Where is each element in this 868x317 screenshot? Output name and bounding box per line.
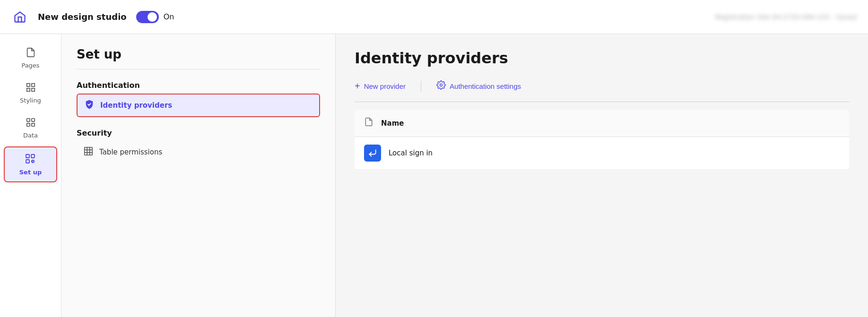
status-text: Registration Site 04:2733-094-155 - Save… [715, 13, 857, 21]
topbar: New design studio On Registration Site 0… [0, 0, 868, 34]
providers-table: Name Local sign in [355, 110, 849, 170]
svg-rect-9 [31, 154, 35, 158]
main-content: Identity providers + New provider Authen… [336, 34, 868, 317]
gear-icon [436, 80, 446, 92]
svg-point-17 [440, 84, 443, 86]
home-icon[interactable] [11, 9, 28, 26]
styling-label: Styling [20, 97, 41, 104]
svg-rect-10 [26, 160, 29, 163]
sidebar-item-data[interactable]: Data [0, 111, 61, 145]
content-actions: + New provider Authentication settings [355, 78, 849, 102]
sidebar-item-table-permissions[interactable]: Table permissions [77, 141, 320, 163]
sidebar-item-pages[interactable]: Pages [0, 42, 61, 75]
styling-icon [26, 82, 36, 95]
svg-rect-3 [31, 88, 34, 91]
data-label: Data [23, 132, 38, 139]
data-icon [26, 117, 36, 130]
svg-rect-6 [26, 123, 29, 126]
table-header: Name [355, 110, 849, 137]
sidebar-item-identity-providers[interactable]: Identity providers [77, 94, 320, 117]
svg-rect-12 [85, 147, 93, 155]
setup-icon [25, 153, 36, 167]
authentication-section-header: Authentication [77, 81, 320, 90]
svg-rect-4 [26, 119, 29, 121]
plus-icon: + [355, 81, 360, 92]
pages-icon [26, 47, 36, 60]
svg-rect-2 [26, 88, 29, 91]
svg-rect-5 [31, 119, 34, 121]
sidebar-item-setup[interactable]: Set up [4, 146, 58, 182]
svg-rect-7 [31, 123, 34, 126]
setup-sidebar: Set up Authentication Identity providers… [61, 34, 336, 317]
svg-rect-8 [26, 154, 29, 158]
name-col-label: Name [381, 119, 404, 128]
setup-title: Set up [77, 47, 320, 69]
table-icon [83, 146, 94, 158]
content-title: Identity providers [355, 49, 849, 67]
auth-settings-label: Authentication settings [450, 82, 521, 90]
local-signin-label: Local sign in [389, 149, 433, 157]
svg-rect-0 [26, 84, 29, 86]
local-signin-icon [364, 145, 381, 162]
shield-icon [84, 99, 95, 111]
security-section-header: Security [77, 129, 320, 137]
table-row[interactable]: Local sign in [355, 137, 849, 170]
auth-settings-button[interactable]: Authentication settings [436, 78, 521, 94]
table-permissions-label: Table permissions [99, 148, 162, 156]
pages-label: Pages [21, 62, 39, 69]
actions-divider [421, 81, 421, 92]
new-design-toggle[interactable] [136, 11, 159, 23]
new-provider-label: New provider [364, 82, 406, 90]
svg-rect-1 [31, 84, 34, 86]
toggle-container: On [136, 11, 174, 23]
name-col-icon [364, 117, 373, 129]
setup-label: Set up [19, 169, 42, 176]
identity-providers-label: Identity providers [100, 101, 172, 110]
sidebar-item-styling[interactable]: Styling [0, 77, 61, 110]
toggle-label: On [164, 12, 174, 21]
icon-nav: Pages Styling Da [0, 34, 61, 317]
app-title: New design studio [38, 12, 127, 22]
new-provider-button[interactable]: + New provider [355, 79, 406, 94]
main-layout: Pages Styling Da [0, 34, 868, 317]
